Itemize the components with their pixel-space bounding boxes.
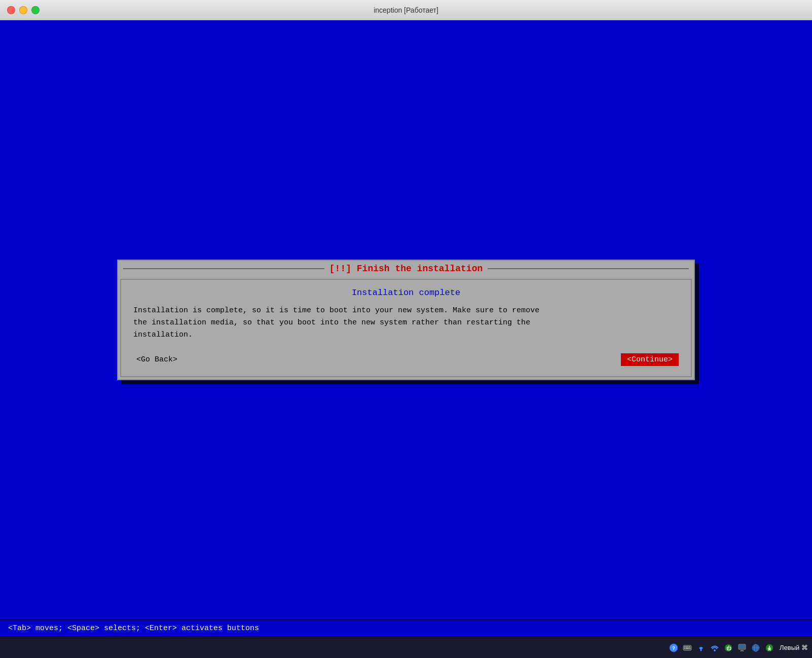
network-icon[interactable] — [695, 642, 707, 654]
svg-rect-9 — [689, 648, 690, 649]
taskbar: ? — [0, 637, 812, 658]
svg-rect-17 — [740, 651, 744, 651]
title-line-left — [123, 268, 324, 269]
svg-rect-15 — [739, 645, 745, 649]
dialog-title-bar: [!!] Finish the installation — [118, 261, 694, 277]
svg-rect-6 — [689, 646, 690, 647]
svg-rect-3 — [684, 646, 685, 647]
svg-text:⏻: ⏻ — [726, 645, 731, 651]
dialog-buttons: <Go Back> <Continue> — [133, 351, 679, 368]
titlebar: inception [Работает] — [0, 0, 812, 20]
terminal-area: [!!] Finish the installation Installatio… — [0, 20, 812, 619]
status-bar: <Tab> moves; <Space> selects; <Enter> ac… — [0, 619, 812, 637]
dialog-box: [!!] Finish the installation Installatio… — [117, 260, 695, 380]
title-line-right — [488, 268, 689, 269]
dialog-wrapper: [!!] Finish the installation Installatio… — [117, 260, 695, 380]
svg-rect-5 — [687, 646, 688, 647]
close-button[interactable] — [7, 6, 15, 14]
svg-point-10 — [700, 649, 702, 651]
svg-rect-16 — [741, 650, 744, 651]
continue-button[interactable]: <Continue> — [621, 353, 679, 366]
keyboard-icon[interactable] — [681, 642, 693, 654]
power-icon[interactable]: ⏻ — [722, 642, 734, 654]
minimize-button[interactable] — [19, 6, 27, 14]
go-back-button[interactable]: <Go Back> — [133, 354, 180, 365]
window-title: inception [Работает] — [374, 6, 438, 14]
svg-rect-8 — [686, 648, 689, 649]
download-icon[interactable] — [763, 642, 776, 654]
dialog-body-text: Installation is complete, so it is time … — [133, 305, 679, 341]
dialog-subtitle: Installation complete — [133, 288, 679, 298]
main-content: [!!] Finish the installation Installatio… — [0, 20, 812, 637]
tray-icons: ? — [668, 642, 776, 654]
maximize-button[interactable] — [31, 6, 40, 14]
svg-point-11 — [714, 649, 716, 651]
taskbar-label: Левый ⌘ — [780, 644, 808, 651]
help-icon[interactable]: ? — [668, 642, 680, 654]
titlebar-buttons — [7, 6, 40, 14]
signal-icon[interactable] — [709, 642, 721, 654]
dialog-title: [!!] Finish the installation — [324, 264, 488, 274]
status-text: <Tab> moves; <Space> selects; <Enter> ac… — [8, 624, 259, 633]
globe-icon[interactable] — [750, 642, 762, 654]
dialog-body: Installation complete Installation is co… — [120, 279, 692, 377]
svg-rect-7 — [684, 648, 685, 649]
display-icon[interactable] — [736, 642, 748, 654]
svg-text:?: ? — [672, 646, 675, 651]
svg-rect-4 — [686, 646, 687, 647]
